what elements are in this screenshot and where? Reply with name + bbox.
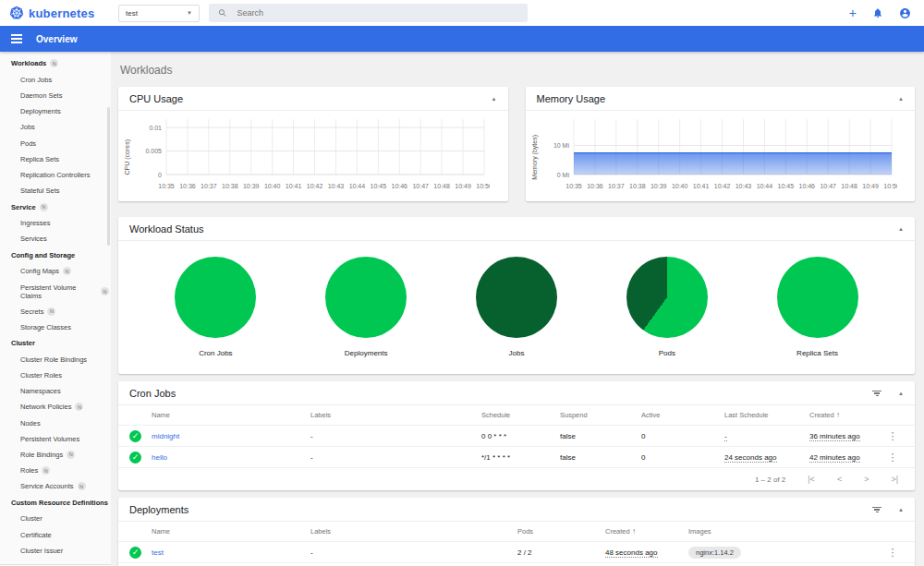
- x-tick-label: 10:39: [650, 183, 666, 189]
- sidebar-item-roles[interactable]: RolesN: [0, 463, 111, 478]
- column-header-last-schedule[interactable]: Last Schedule: [724, 411, 809, 419]
- last-page-button[interactable]: >|: [891, 475, 898, 484]
- namespaced-badge: N: [78, 482, 86, 490]
- cron-jobs-pagination: 1 – 2 of 2 |< < > >|: [118, 467, 915, 490]
- pie-chart-label: Pods: [659, 349, 675, 357]
- column-header-schedule[interactable]: Schedule: [481, 411, 560, 419]
- table-header-row: NameLabelsScheduleSuspendActiveLast Sche…: [118, 405, 915, 425]
- x-tick-label: 10:37: [608, 183, 625, 189]
- sidebar-item-cluster-issuer[interactable]: Cluster Issuer: [0, 543, 111, 559]
- sidebar-item-label: Stateful Sets: [20, 187, 60, 195]
- sidebar-item-cluster-role-bindings[interactable]: Cluster Role Bindings: [0, 352, 111, 367]
- search-icon: [218, 8, 226, 18]
- notifications-button[interactable]: [872, 7, 883, 18]
- x-tick-label: 10:39: [243, 183, 260, 189]
- previous-page-button[interactable]: <: [837, 475, 842, 484]
- collapse-icon[interactable]: ▲: [898, 96, 904, 102]
- row-menu-button[interactable]: ⋮: [881, 452, 904, 464]
- sidebar-item-network-policies[interactable]: Network PoliciesN: [0, 399, 111, 415]
- row-menu-button[interactable]: ⋮: [881, 430, 904, 442]
- user-icon: [899, 7, 911, 19]
- sidebar-item-deployments[interactable]: Deployments: [0, 103, 111, 119]
- cronjob-created: 42 minutes ago: [809, 453, 881, 462]
- pie-chart-label: Replica Sets: [796, 349, 838, 357]
- column-header-name[interactable]: Name: [152, 411, 310, 419]
- sidebar-item-replication-controllers[interactable]: Replication Controllers: [0, 167, 111, 183]
- sidebar-item-persistent-volumes[interactable]: Persistent Volumes: [0, 431, 111, 447]
- column-header-labels[interactable]: Labels: [310, 527, 517, 536]
- x-tick-label: 10:46: [392, 183, 408, 189]
- sidebar-section-label: Service: [11, 203, 36, 211]
- collapse-icon[interactable]: ▲: [492, 96, 497, 102]
- collapse-icon[interactable]: ▲: [898, 226, 904, 232]
- sidebar-item-service-accounts[interactable]: Service AccountsN: [0, 478, 111, 494]
- column-header-labels[interactable]: Labels: [310, 411, 481, 419]
- column-header-suspend[interactable]: Suspend: [560, 411, 641, 419]
- sidebar-scrollbar[interactable]: [107, 107, 110, 246]
- cronjob-labels: -: [310, 453, 481, 462]
- sidebar-item-config-maps[interactable]: Config MapsN: [0, 263, 111, 279]
- sidebar-section-service[interactable]: ServiceN: [0, 199, 111, 215]
- y-tick-label: 0.005: [145, 148, 162, 154]
- namespaced-badge: N: [67, 451, 75, 459]
- deployment-name-link[interactable]: test: [152, 548, 310, 557]
- sidebar-item-jobs[interactable]: Jobs: [0, 119, 111, 135]
- sidebar-item-cron-jobs[interactable]: Cron Jobs: [0, 72, 111, 88]
- column-header-name[interactable]: Name: [152, 527, 310, 536]
- sidebar-item-role-bindings[interactable]: Role BindingsN: [0, 447, 111, 463]
- cronjob-name-link[interactable]: midnight: [152, 432, 310, 440]
- table-header-row: NameLabelsPodsCreated ↑Images: [118, 522, 915, 541]
- cronjob-created-value: 42 minutes ago: [809, 453, 860, 464]
- sidebar-item-persistent-volume-claims[interactable]: Persistent Volume ClaimsN: [0, 279, 111, 303]
- sidebar-item-daemon-sets[interactable]: Daemon Sets: [0, 88, 111, 103]
- column-header-created[interactable]: Created ↑: [605, 527, 688, 536]
- sidebar-item-cluster[interactable]: Cluster: [0, 511, 111, 526]
- sidebar-section-custom-resource-definitions: Custom Resource Definitions: [0, 494, 111, 511]
- cpu-usage-card-header: CPU Usage ▲: [118, 87, 508, 111]
- workload-status-card: Workload Status ▲ Cron JobsDeploymentsJo…: [118, 217, 915, 374]
- row-menu-button[interactable]: ⋮: [881, 547, 904, 559]
- cronjob-name-link[interactable]: hello: [152, 453, 310, 462]
- menu-hamburger-button[interactable]: [11, 34, 22, 43]
- image-chip: nginx:1.14.2: [688, 547, 741, 559]
- next-page-button[interactable]: >: [864, 475, 869, 484]
- sidebar-nav: WorkloadsNCron JobsDaemon SetsDeployment…: [0, 55, 111, 566]
- x-tick-label: 10:47: [412, 183, 429, 189]
- sidebar-item-namespaces[interactable]: Namespaces: [0, 383, 111, 399]
- column-header-created[interactable]: Created ↑: [809, 411, 881, 419]
- first-page-button[interactable]: |<: [808, 475, 815, 484]
- x-tick-label: 10:35: [158, 183, 175, 189]
- filter-icon[interactable]: [870, 389, 883, 399]
- sidebar-item-replica-sets[interactable]: Replica Sets: [0, 151, 111, 167]
- namespace-select[interactable]: test ▼: [118, 5, 200, 22]
- sidebar-section-workloads[interactable]: WorkloadsN: [0, 55, 111, 72]
- sidebar-item-secrets[interactable]: SecretsN: [0, 304, 111, 319]
- collapse-icon[interactable]: ▲: [898, 507, 904, 512]
- search-bar[interactable]: [209, 4, 528, 22]
- sidebar-item-stateful-sets[interactable]: Stateful Sets: [0, 183, 111, 199]
- sidebar-item-services[interactable]: Services: [0, 231, 111, 247]
- cronjob-active: 0: [641, 432, 724, 440]
- sidebar-item-pods[interactable]: Pods: [0, 136, 111, 151]
- column-header-pods[interactable]: Pods: [517, 527, 605, 536]
- column-header-active[interactable]: Active: [641, 411, 724, 419]
- sidebar-item-label: Cluster Roles: [20, 371, 62, 379]
- create-resource-button[interactable]: +: [849, 6, 857, 19]
- user-profile-button[interactable]: [899, 7, 911, 19]
- search-input[interactable]: [235, 7, 518, 18]
- sidebar-item-cluster-roles[interactable]: Cluster Roles: [0, 367, 111, 383]
- kubernetes-logo[interactable]: kubernetes: [0, 6, 111, 20]
- filter-icon[interactable]: [870, 505, 883, 515]
- y-tick-label: 0 Mi: [556, 172, 569, 178]
- sidebar-item-nodes[interactable]: Nodes: [0, 415, 111, 431]
- pie-chart-label: Deployments: [345, 349, 388, 357]
- sidebar-item-ingresses[interactable]: Ingresses: [0, 215, 111, 231]
- page-toolbar: Overview: [0, 26, 924, 52]
- chevron-down-icon: ▼: [187, 10, 192, 16]
- cronjob-schedule: */1 * * * *: [481, 453, 560, 462]
- column-header-images[interactable]: Images: [688, 527, 881, 536]
- sidebar-item-storage-classes[interactable]: Storage Classes: [0, 319, 111, 335]
- collapse-icon[interactable]: ▲: [898, 391, 904, 396]
- sidebar-item-certificate[interactable]: Certificate: [0, 526, 111, 542]
- cronjob-last-schedule-value: 24 seconds ago: [724, 453, 777, 464]
